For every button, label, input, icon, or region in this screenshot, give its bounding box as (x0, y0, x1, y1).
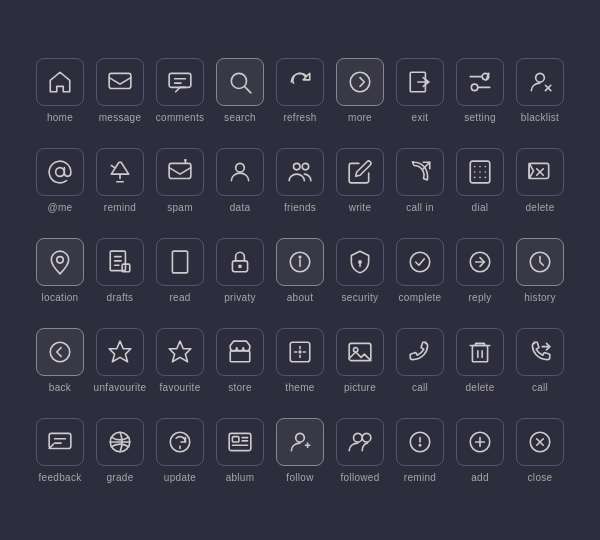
svg-point-24 (236, 163, 245, 172)
icon-cell-home[interactable]: home (30, 45, 90, 135)
icon-cell-drafts[interactable]: drafts (90, 225, 150, 315)
icon-cell-read[interactable]: read (150, 225, 210, 315)
icon-cell-comments[interactable]: comments (150, 45, 210, 135)
at-me-label: @me (48, 202, 73, 213)
add-label: add (471, 472, 489, 483)
comments-label: comments (156, 112, 205, 123)
icon-cell-theme[interactable]: theme (270, 315, 330, 405)
icon-cell-privacy[interactable]: privaty (210, 225, 270, 315)
search-label: search (224, 112, 256, 123)
comments-icon (156, 58, 204, 106)
message-label: message (99, 112, 142, 123)
svg-point-50 (239, 265, 241, 267)
icon-cell-remind2[interactable]: remind (390, 405, 450, 495)
feedback-label: feedback (39, 472, 82, 483)
icon-cell-store[interactable]: store (210, 315, 270, 405)
exit-label: exit (412, 112, 429, 123)
icon-cell-call-in[interactable]: call in (390, 135, 450, 225)
icon-cell-more[interactable]: more (330, 45, 390, 135)
icon-cell-feedback[interactable]: feedback (30, 405, 90, 495)
picture-icon (336, 328, 384, 376)
svg-rect-0 (109, 73, 131, 88)
icon-cell-ablum[interactable]: ablum (210, 405, 270, 495)
icon-cell-spam[interactable]: spam (150, 135, 210, 225)
location-label: location (42, 292, 79, 303)
icon-cell-add[interactable]: add (450, 405, 510, 495)
icon-cell-location[interactable]: location (30, 225, 90, 315)
icon-cell-picture[interactable]: picture (330, 315, 390, 405)
svg-line-20 (111, 165, 114, 167)
delete-icon (516, 148, 564, 196)
about-icon (276, 238, 324, 286)
icon-cell-blacklist[interactable]: blacklist (510, 45, 570, 135)
more-label: more (348, 112, 372, 123)
icon-cell-complete[interactable]: complete (390, 225, 450, 315)
remind2-label: remind (404, 472, 436, 483)
svg-rect-66 (472, 345, 487, 361)
call-label: call (412, 382, 428, 393)
icon-cell-follow[interactable]: follow (270, 405, 330, 495)
complete-label: complete (399, 292, 442, 303)
message-icon (96, 58, 144, 106)
followed-icon (336, 418, 384, 466)
back-icon (36, 328, 84, 376)
svg-rect-21 (169, 163, 191, 178)
icon-cell-reply[interactable]: reply (450, 225, 510, 315)
drafts-icon (96, 238, 144, 286)
icon-cell-history[interactable]: history (510, 225, 570, 315)
icon-cell-message[interactable]: message (90, 45, 150, 135)
ablum-icon (216, 418, 264, 466)
svg-point-26 (302, 163, 309, 170)
icon-cell-data[interactable]: data (210, 135, 270, 225)
icon-cell-search[interactable]: search (210, 45, 270, 135)
icon-cell-dial[interactable]: dial (450, 135, 510, 225)
icon-cell-followed[interactable]: followed (330, 405, 390, 495)
icon-cell-delete-trash[interactable]: delete (450, 315, 510, 405)
svg-marker-41 (529, 163, 533, 178)
blacklist-label: blacklist (521, 112, 559, 123)
icon-cell-setting[interactable]: setting (450, 45, 510, 135)
refresh-icon (276, 58, 324, 106)
icon-cell-exit[interactable]: exit (390, 45, 450, 135)
svg-rect-62 (230, 350, 250, 361)
svg-marker-61 (169, 341, 191, 362)
read-icon (156, 238, 204, 286)
icon-cell-at-me[interactable]: @me (30, 135, 90, 225)
icon-cell-close[interactable]: close (510, 405, 570, 495)
remind-label: remind (104, 202, 136, 213)
setting-label: setting (464, 112, 496, 123)
icon-cell-refresh[interactable]: refresh (270, 45, 330, 135)
blacklist-icon (516, 58, 564, 106)
icon-cell-write[interactable]: write (330, 135, 390, 225)
store-icon (216, 328, 264, 376)
icon-cell-security[interactable]: security (330, 225, 390, 315)
icon-cell-update[interactable]: update (150, 405, 210, 495)
store-label: store (228, 382, 252, 393)
icon-cell-grade[interactable]: grade (90, 405, 150, 495)
icon-cell-remind[interactable]: remind (90, 135, 150, 225)
icon-cell-about[interactable]: about (270, 225, 330, 315)
svg-point-4 (231, 73, 246, 88)
about-label: about (287, 292, 314, 303)
grade-icon (96, 418, 144, 466)
icon-cell-back[interactable]: back (30, 315, 90, 405)
history-label: history (524, 292, 556, 303)
call-forward-icon (516, 328, 564, 376)
icon-cell-call-forward[interactable]: call (510, 315, 570, 405)
icon-cell-favourite[interactable]: favourite (150, 315, 210, 405)
call-in-label: call in (406, 202, 434, 213)
svg-point-25 (294, 163, 301, 170)
icon-cell-delete[interactable]: delete (510, 135, 570, 225)
search-icon (216, 58, 264, 106)
svg-point-11 (471, 84, 478, 91)
svg-point-16 (56, 167, 65, 176)
remind2-icon (396, 418, 444, 466)
icon-cell-call[interactable]: call (390, 315, 450, 405)
history-icon (516, 238, 564, 286)
write-label: write (349, 202, 372, 213)
home-label: home (47, 112, 73, 123)
icon-cell-friends[interactable]: friends (270, 135, 330, 225)
dial-icon (456, 148, 504, 196)
icon-cell-unfavourite[interactable]: unfavourite (90, 315, 150, 405)
ablum-label: ablum (226, 472, 255, 483)
